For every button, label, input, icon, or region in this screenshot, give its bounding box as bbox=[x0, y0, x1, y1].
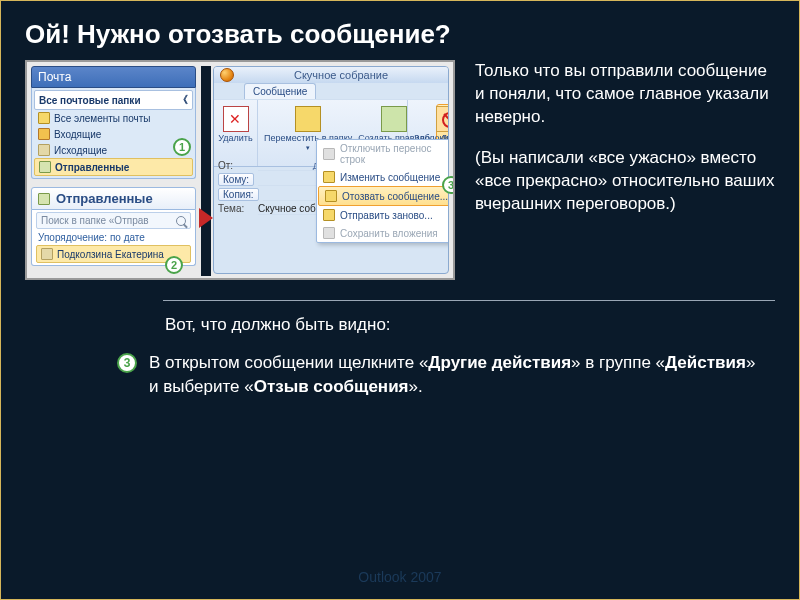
outbox-icon bbox=[38, 144, 50, 156]
step-badge-2: 2 bbox=[165, 256, 183, 274]
step-badge-3: 3 bbox=[442, 176, 455, 194]
horizontal-divider bbox=[163, 300, 775, 301]
chevron-down-icon: 《 bbox=[178, 93, 188, 107]
divider-bar bbox=[201, 66, 211, 276]
all-folders-combo[interactable]: Все почтовые папки《 bbox=[34, 90, 193, 110]
recall-icon bbox=[325, 190, 337, 202]
content-row: Почта Все почтовые папки《 Все элементы п… bbox=[1, 60, 799, 280]
tab-message[interactable]: Сообщение bbox=[244, 83, 316, 99]
rule-icon bbox=[381, 106, 407, 132]
menu-recall-message[interactable]: Отозвать сообщение... bbox=[318, 186, 449, 206]
embedded-screenshot: Почта Все почтовые папки《 Все элементы п… bbox=[25, 60, 455, 280]
step-3-row: 3 В открытом сообщении щелкните «Другие … bbox=[1, 345, 799, 399]
inbox-icon bbox=[38, 128, 50, 140]
envelope-icon bbox=[41, 248, 53, 260]
sent-icon bbox=[39, 161, 51, 173]
ribbon-delete-group: Удалить bbox=[214, 100, 258, 166]
subheading: Вот, что должно быть видно: bbox=[1, 315, 799, 345]
resend-icon bbox=[323, 209, 335, 221]
step-badge-3-body: 3 bbox=[117, 353, 137, 373]
menu-edit-message[interactable]: Изменить сообщение bbox=[317, 168, 449, 186]
to-button[interactable]: Кому: bbox=[218, 173, 254, 186]
sent-items-header: Отправленные bbox=[31, 187, 196, 210]
footer-watermark: Outlook 2007 bbox=[1, 569, 799, 585]
red-arrow-icon bbox=[199, 208, 213, 228]
menu-resend[interactable]: Отправить заново... bbox=[317, 206, 449, 224]
delete-button[interactable]: Удалить bbox=[218, 104, 252, 143]
slide-title: Ой! Нужно отозвать сообщение? bbox=[1, 1, 799, 60]
step-3-text: В открытом сообщении щелкните «Другие де… bbox=[149, 351, 759, 399]
block-icon bbox=[436, 106, 449, 132]
folder-move-icon bbox=[295, 106, 321, 132]
window-titlebar: Скучное собрание bbox=[214, 67, 448, 83]
menu-toggle-wrap: Отключить перенос строк bbox=[317, 140, 449, 168]
cc-button[interactable]: Копия: bbox=[218, 188, 259, 201]
edit-icon bbox=[323, 171, 335, 183]
description-column: Только что вы отправили сообщение и поня… bbox=[475, 60, 775, 234]
folder-list: Все почтовые папки《 Все элементы почты В… bbox=[31, 88, 196, 179]
other-actions-menu: Отключить перенос строк Изменить сообщен… bbox=[316, 139, 449, 243]
message-window: Скучное собрание Сообщение Удалить Пе bbox=[213, 66, 449, 274]
menu-save-attachments: Сохранить вложения bbox=[317, 224, 449, 242]
step-badge-1: 1 bbox=[173, 138, 191, 156]
outbox-folder[interactable]: Исходящие bbox=[34, 142, 193, 158]
paragraph-2: (Вы написали «все ужасно» вместо «все пр… bbox=[475, 147, 775, 216]
mail-header: Почта bbox=[31, 66, 196, 88]
office-orb-icon[interactable] bbox=[220, 68, 234, 82]
search-input[interactable]: Поиск в папке «Отправ bbox=[36, 212, 191, 229]
all-mail-items[interactable]: Все элементы почты bbox=[34, 110, 193, 126]
paragraph-1: Только что вы отправили сообщение и поня… bbox=[475, 60, 775, 129]
delete-icon bbox=[223, 106, 249, 132]
folder-icon bbox=[38, 112, 50, 124]
subject-label: Тема: bbox=[218, 203, 254, 215]
search-icon bbox=[176, 216, 186, 226]
inbox-folder[interactable]: Входящие bbox=[34, 126, 193, 142]
sent-folder[interactable]: Отправленные bbox=[34, 158, 193, 176]
save-icon bbox=[323, 227, 335, 239]
block-sender-button[interactable]: Заблокировать отправителя bbox=[414, 104, 449, 143]
wrap-icon bbox=[323, 148, 335, 160]
sort-label[interactable]: Упорядочение: по дате bbox=[36, 229, 191, 245]
window-title: Скучное собрание bbox=[240, 69, 442, 81]
ribbon-tabs: Сообщение bbox=[214, 83, 448, 99]
from-label: От: bbox=[218, 160, 254, 171]
sent-icon bbox=[38, 193, 50, 205]
outlook-nav-pane: Почта Все почтовые папки《 Все элементы п… bbox=[31, 66, 196, 266]
